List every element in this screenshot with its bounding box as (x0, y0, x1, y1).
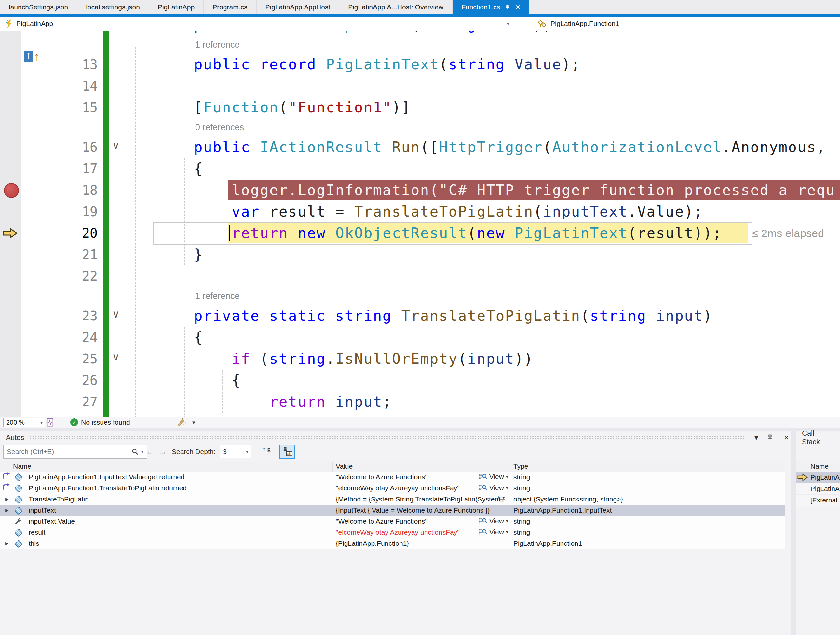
zoom-level-dropdown[interactable]: 200 % ▾ (3, 418, 45, 427)
autos-row-this[interactable]: ▸this{PigLatinApp.Function1}PigLatinApp.… (0, 538, 785, 549)
forward-arrow-icon[interactable]: → (159, 447, 167, 457)
code-text[interactable]: public record InputText(string Value); (194, 31, 553, 35)
fold-collapse-icon[interactable]: ∨ (109, 139, 123, 151)
code-cleanup-icon[interactable] (176, 417, 186, 428)
code-text[interactable]: [Function("Function1")] (194, 97, 411, 118)
code-line-13[interactable]: 13public record PigLatinText(string Valu… (0, 54, 840, 75)
code-line-21[interactable]: 21} (0, 244, 840, 265)
code-text[interactable]: } (194, 244, 203, 265)
tab-launchsettings-json[interactable]: launchSettings.json (0, 0, 77, 14)
fold-collapse-icon[interactable]: ∨ (109, 308, 123, 320)
chevron-down-icon[interactable]: ▾ (507, 21, 510, 27)
indent-guide (185, 326, 185, 417)
column-header-type[interactable]: Type (513, 462, 528, 470)
tab-piglatinapp[interactable]: PigLatinApp (149, 0, 204, 14)
codelens-references[interactable]: 1 reference (195, 287, 240, 305)
code-line-23[interactable]: 23private static string TranslateToPigLa… (0, 305, 840, 326)
code-text[interactable]: public IActionResult Run([HttpTrigger(Au… (194, 136, 826, 158)
results-view-icon[interactable] (497, 496, 505, 504)
project-dropdown[interactable]: PigLatinApp ▾ (5, 17, 519, 31)
current-statement-arrow-icon[interactable] (2, 227, 18, 239)
variable-type: PigLatinApp.Function1.InputText (513, 507, 612, 514)
fold-collapse-icon[interactable]: ∨ (109, 351, 123, 363)
code-text[interactable]: if (string.IsNullOrEmpty(input)) (232, 348, 534, 370)
code-text[interactable]: return input; (269, 391, 392, 413)
expand-arrow-icon[interactable]: ▸ (5, 539, 8, 547)
code-line-15[interactable]: 15[Function("Function1")] (0, 97, 840, 118)
view-button[interactable]: View▾ (459, 517, 508, 525)
autos-row-result[interactable]: result"elcomeWay otay Azureyay unctionsF… (0, 527, 785, 538)
perf-tip: ≤ 2ms elapsed (752, 222, 824, 244)
issues-indicator[interactable]: ✓ No issues found (70, 417, 130, 428)
code-text[interactable]: public record PigLatinText(string Value)… (194, 54, 581, 75)
code-line-16[interactable]: 16public IActionResult Run([HttpTrigger(… (0, 136, 840, 158)
column-header-name[interactable]: Name (13, 462, 31, 470)
chevron-down-icon[interactable]: ▾ (141, 449, 144, 454)
line-number: 27 (0, 391, 98, 413)
close-icon[interactable]: ✕ (782, 434, 791, 442)
code-text[interactable]: { (194, 326, 203, 348)
expand-arrow-icon[interactable]: ▸ (5, 506, 8, 514)
code-line-22[interactable]: 22 (0, 265, 840, 287)
code-text[interactable]: } (232, 413, 241, 417)
column-header-name[interactable]: Name (810, 462, 829, 470)
code-line-26[interactable]: 26{ (0, 370, 840, 391)
window-position-icon[interactable]: ▼ (752, 434, 761, 442)
expand-arrow-icon[interactable]: ▸ (5, 495, 8, 503)
tab-piglatinapp-apphost[interactable]: PigLatinApp.AppHost (257, 0, 339, 14)
flag-pin-icon[interactable]: T (261, 445, 275, 458)
code-line-27[interactable]: 27return input; (0, 391, 840, 413)
code-text[interactable]: private static string TranslateToPigLati… (194, 305, 713, 326)
view-button[interactable]: View▾ (459, 484, 508, 492)
autos-row-inputtext-value[interactable]: inputText.Value"Welcome to Azure Functio… (0, 516, 785, 527)
code-line-24[interactable]: 24{ (0, 326, 840, 348)
document-health-icon[interactable] (46, 417, 55, 428)
code-line-20[interactable]: 20return new OkObjectResult(new PigLatin… (0, 222, 840, 244)
code-text[interactable]: { (194, 158, 203, 179)
tab-label: Function1.cs (461, 3, 500, 11)
call-stack-panel: Call Stack Search (Ctrl- Name PigLatinAP… (796, 431, 840, 635)
variable-value: {InputText { Value = Welcome to Azure Fu… (336, 507, 490, 514)
code-text[interactable]: logger.LogInformation("C# HTTP trigger f… (232, 179, 835, 201)
column-header-value[interactable]: Value (336, 462, 353, 470)
view-button[interactable]: View▾ (459, 528, 508, 536)
pin-values-icon[interactable]: ab (279, 445, 295, 459)
autos-search-input[interactable]: Search (Ctrl+E) ▾ (3, 445, 147, 459)
autos-row-inputtext[interactable]: ▸inputText{InputText { Value = Welcome t… (0, 505, 785, 516)
frame-name: [External (810, 496, 837, 504)
code-line-12[interactable]: 12public record InputText(string Value); (0, 31, 840, 35)
code-line-14[interactable]: 14 (0, 75, 840, 97)
close-icon[interactable]: ✕ (515, 4, 521, 10)
code-line-25[interactable]: 25if (string.IsNullOrEmpty(input))∨ (0, 348, 840, 370)
autos-title-bar[interactable]: Autos ▼ ✕ (0, 431, 791, 444)
code-text[interactable]: { (232, 370, 241, 391)
tab-function1-cs[interactable]: Function1.cs✕ (453, 0, 529, 14)
pin-icon[interactable] (766, 434, 776, 441)
code-editor[interactable]: 12public record InputText(string Value);… (0, 31, 840, 417)
autos-row-piglatinapp-function1-translatetopiglatin-returned[interactable]: PigLatinApp.Function1.TranslateToPigLati… (0, 483, 785, 494)
member-dropdown[interactable]: PigLatinApp.Function1 (537, 17, 619, 31)
code-text[interactable]: return new OkObjectResult(new PigLatinTe… (232, 222, 722, 244)
search-depth-dropdown[interactable]: 3 ▾ (220, 445, 251, 458)
code-line-18[interactable]: 18logger.LogInformation("C# HTTP trigger… (0, 179, 840, 201)
code-line-28[interactable]: 28} (0, 413, 840, 417)
back-arrow-icon[interactable]: ← (146, 447, 154, 457)
pin-icon[interactable] (505, 4, 510, 10)
code-text[interactable]: var result = TranslateToPigLatin(inputTe… (232, 201, 703, 222)
autos-row-piglatinapp-function1-inputtext-value-get-returned[interactable]: PigLatinApp.Function1.InputText.Value.ge… (0, 472, 785, 483)
tab-piglatinapp-a-host-overview[interactable]: PigLatinApp.A...Host: Overview (339, 0, 453, 14)
code-line-19[interactable]: 19var result = TranslateToPigLatin(input… (0, 201, 840, 222)
code-line-17[interactable]: 17{ (0, 158, 840, 179)
breakpoint-icon[interactable] (4, 183, 19, 198)
chevron-down-icon[interactable]: ▼ (191, 417, 196, 428)
codelens-references[interactable]: 0 references (195, 118, 244, 136)
codelens-references[interactable]: 1 reference (195, 35, 240, 54)
call-stack-frame-1[interactable]: PigLatinA (796, 483, 840, 495)
call-stack-frame-0[interactable]: PigLatinA (796, 472, 840, 483)
view-button[interactable]: View▾ (459, 473, 508, 481)
tab-local-settings-json[interactable]: local.settings.json (77, 0, 149, 14)
call-stack-title-bar[interactable]: Call Stack (796, 431, 840, 444)
tab-program-cs[interactable]: Program.cs (204, 0, 256, 14)
autos-row-translatetopiglatin[interactable]: ▸TranslateToPigLatin{Method = {System.St… (0, 494, 785, 505)
call-stack-frame-2[interactable]: [External (796, 495, 840, 506)
